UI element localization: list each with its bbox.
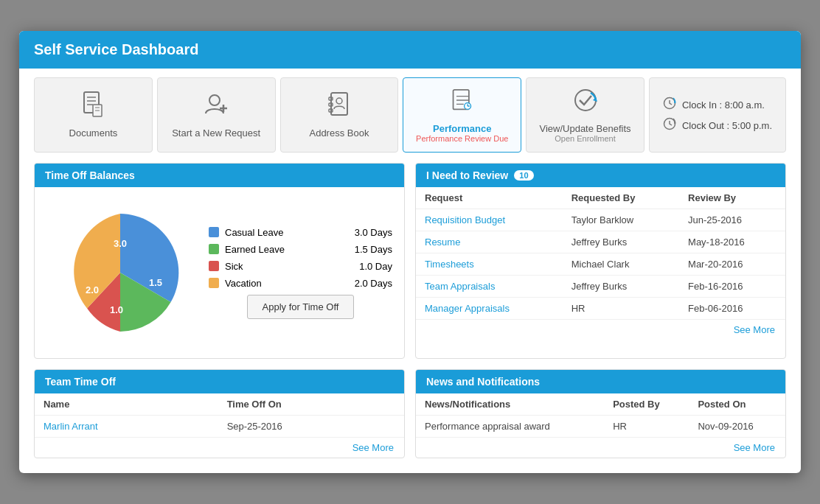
tto-timeoffon: Sep-25-2016 xyxy=(218,416,404,438)
documents-button[interactable]: Documents xyxy=(34,77,153,153)
review-col-request: Request xyxy=(416,187,563,209)
news-col-postedon: Posted On xyxy=(689,393,785,416)
new-request-button[interactable]: Start a New Request xyxy=(157,77,276,153)
tto-col-name: Name xyxy=(35,393,218,416)
tob-legend: Casual Leave 3.0 Days Earned Leave 1.5 D… xyxy=(209,227,392,319)
review-request[interactable]: Resume xyxy=(416,231,563,253)
time-off-balances-section: Time Off Balances xyxy=(34,163,405,359)
news-title: News and Notifications xyxy=(426,376,540,388)
legend-casual: Casual Leave 3.0 Days xyxy=(209,227,392,238)
dashboard-container: Self Service Dashboard Documents Start a… xyxy=(19,31,801,473)
review-reviewby: Mar-20-2016 xyxy=(679,253,785,276)
benefits-icon xyxy=(572,87,599,119)
clock-panel: Clock In : 8:00 a.m. Clock Out : 5:00 p.… xyxy=(649,77,786,153)
dashboard-title: Self Service Dashboard xyxy=(34,41,198,57)
news-col-postedby: Posted By xyxy=(604,393,689,416)
table-row: Marlin Arrant Sep-25-2016 xyxy=(35,416,404,438)
new-request-label: Start a New Request xyxy=(172,127,260,139)
tto-name[interactable]: Marlin Arrant xyxy=(35,416,218,438)
news-header: News and Notifications xyxy=(416,370,785,393)
clock-in-label: Clock In : 8:00 a.m. xyxy=(682,99,765,111)
review-request[interactable]: Team Appraisals xyxy=(416,276,563,298)
apply-time-off-button[interactable]: Apply for Time Off xyxy=(247,295,355,319)
table-row: Timesheets Michael Clark Mar-20-2016 xyxy=(416,253,785,276)
performance-label: Performance xyxy=(433,123,491,134)
tob-header: Time Off Balances xyxy=(35,164,404,187)
documents-label: Documents xyxy=(69,127,118,139)
dashboard-header: Self Service Dashboard xyxy=(19,31,801,69)
main-grid: Time Off Balances xyxy=(34,163,786,458)
team-time-off-section: Team Time Off Name Time Off On Marlin Ar… xyxy=(34,369,405,458)
news-section: News and Notifications News/Notification… xyxy=(415,369,786,458)
news-postedon: Nov-09-2016 xyxy=(689,416,785,438)
review-requestedby: Jeffrey Burks xyxy=(563,231,679,253)
legend-vacation-value: 2.0 Days xyxy=(355,278,392,289)
review-request[interactable]: Manager Appraisals xyxy=(416,298,563,320)
benefits-sublabel: Open Enrollment xyxy=(555,134,616,143)
table-row: Team Appraisals Jeffrey Burks Feb-16-201… xyxy=(416,276,785,298)
legend-earned-label: Earned Leave xyxy=(225,244,349,255)
review-see-more[interactable]: See More xyxy=(416,320,785,340)
tto-table: Name Time Off On Marlin Arrant Sep-25-20… xyxy=(35,393,404,438)
svg-text:1.0: 1.0 xyxy=(110,304,123,315)
review-title: I Need to Review xyxy=(426,169,508,181)
svg-text:1.5: 1.5 xyxy=(149,277,162,288)
legend-earned: Earned Leave 1.5 Days xyxy=(209,244,392,255)
svg-text:2.0: 2.0 xyxy=(86,284,99,295)
legend-sick-dot xyxy=(209,261,219,271)
address-book-label: Address Book xyxy=(309,127,369,139)
performance-button[interactable]: Performance Performance Review Due xyxy=(403,77,521,153)
tob-title: Time Off Balances xyxy=(45,169,135,181)
review-col-requestedby: Requested By xyxy=(563,187,679,209)
legend-sick-label: Sick xyxy=(225,261,353,272)
news-col-news: News/Notifications xyxy=(416,393,604,416)
tto-title: Team Time Off xyxy=(45,376,116,388)
tto-header: Team Time Off xyxy=(35,370,404,393)
clock-out-item[interactable]: Clock Out : 5:00 p.m. xyxy=(663,117,772,133)
benefits-button[interactable]: View/Update Benefits Open Enrollment xyxy=(526,77,644,153)
svg-point-22 xyxy=(575,90,596,111)
quick-actions-bar: Documents Start a New Request Address Bo… xyxy=(34,77,786,153)
documents-icon xyxy=(81,91,105,123)
news-see-more[interactable]: See More xyxy=(416,438,785,458)
legend-earned-value: 1.5 Days xyxy=(355,244,392,255)
review-requestedby: Jeffrey Burks xyxy=(563,276,679,298)
clock-out-icon xyxy=(663,117,676,133)
legend-sick: Sick 1.0 Day xyxy=(209,261,392,272)
table-row: Manager Appraisals HR Feb-06-2016 xyxy=(416,298,785,320)
svg-text:3.0: 3.0 xyxy=(114,238,127,249)
svg-point-14 xyxy=(336,98,342,104)
legend-vacation-label: Vacation xyxy=(225,278,349,289)
pie-chart: 3.0 1.5 1.0 2.0 xyxy=(46,199,194,346)
review-reviewby: May-18-2016 xyxy=(679,231,785,253)
clock-out-label: Clock Out : 5:00 p.m. xyxy=(682,120,772,131)
performance-sublabel: Performance Review Due xyxy=(416,134,508,143)
legend-earned-dot xyxy=(209,244,219,254)
new-request-icon xyxy=(203,91,229,123)
clock-in-icon xyxy=(663,97,676,113)
clock-in-item[interactable]: Clock In : 8:00 a.m. xyxy=(663,97,772,113)
review-requestedby: Michael Clark xyxy=(563,253,679,276)
legend-sick-value: 1.0 Day xyxy=(359,261,392,272)
i-need-to-review-section: I Need to Review 10 Request Requested By… xyxy=(415,163,786,359)
tto-col-timeoffon: Time Off On xyxy=(218,393,404,416)
tto-see-more[interactable]: See More xyxy=(35,438,404,458)
legend-vacation-dot xyxy=(209,278,219,288)
table-row: Resume Jeffrey Burks May-18-2016 xyxy=(416,231,785,253)
review-badge: 10 xyxy=(514,170,533,181)
address-book-icon xyxy=(327,91,351,123)
legend-casual-label: Casual Leave xyxy=(225,227,349,238)
news-table: News/Notifications Posted By Posted On P… xyxy=(416,393,785,438)
news-item: Performance appraisal award xyxy=(416,416,604,438)
svg-point-7 xyxy=(209,95,220,105)
news-postedby: HR xyxy=(604,416,689,438)
review-reviewby: Feb-16-2016 xyxy=(679,276,785,298)
table-row: Performance appraisal award HR Nov-09-20… xyxy=(416,416,785,438)
review-request[interactable]: Timesheets xyxy=(416,253,563,276)
address-book-button[interactable]: Address Book xyxy=(280,77,399,153)
review-header: I Need to Review 10 xyxy=(416,164,785,187)
review-request[interactable]: Requisition Budget xyxy=(416,209,563,231)
review-table: Request Requested By Review By Requisiti… xyxy=(416,187,785,320)
legend-casual-dot xyxy=(209,227,219,237)
review-reviewby: Feb-06-2016 xyxy=(679,298,785,320)
